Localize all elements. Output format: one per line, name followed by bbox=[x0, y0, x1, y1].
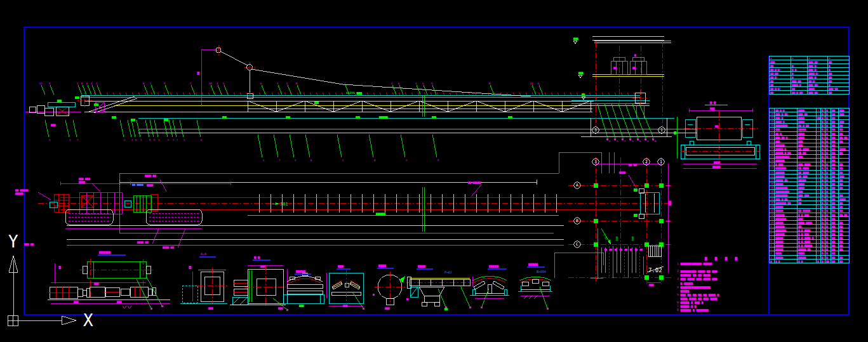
part-number: 3 bbox=[632, 140, 634, 143]
leader-line bbox=[120, 120, 124, 137]
tiny-label: B=800 ▆▆▆ bbox=[346, 91, 362, 95]
idler-tick bbox=[335, 93, 337, 95]
idler-ticks bbox=[94, 93, 635, 95]
station-label: 701 bbox=[280, 202, 288, 207]
detail-titles: ▆▆▆▆▆▆A—A▆—▆▆▆▆▆▆▆▆▆▆▆▆▆▆▆▆▆▆▆▆▆▆▆▆▆▆▆ bbox=[98, 250, 545, 274]
hatch-mark bbox=[610, 249, 612, 251]
idler-tick bbox=[411, 93, 413, 95]
part-number: 8 bbox=[296, 82, 298, 85]
leader-mark bbox=[363, 308, 364, 310]
part-number: 5 bbox=[617, 140, 618, 143]
detail-title: ▆▆▆▆ bbox=[417, 264, 426, 268]
part-number: 12 bbox=[39, 82, 43, 85]
leader-mark bbox=[606, 138, 608, 140]
idler-tick bbox=[208, 93, 210, 95]
notes-block: ▆ ▆ ▆ ▆1 ▆▆▆▆▆▆▆▆▆▆▆▆ ▆▆▆▆▆ 2 ▆▆▆▆▆▆▆▆▆-… bbox=[677, 256, 768, 312]
green-tags bbox=[57, 96, 512, 121]
pulley-detail-view: ▆—▆ bbox=[677, 100, 761, 168]
part-number: 6 bbox=[260, 82, 262, 85]
idler-tick bbox=[545, 93, 546, 95]
part-number: 9 bbox=[164, 82, 166, 85]
tiny-label: ▆▆ bbox=[444, 307, 448, 311]
tiny-label: B=800 bbox=[537, 270, 546, 273]
truss-diagonal bbox=[333, 101, 362, 112]
tag-mark bbox=[286, 116, 290, 119]
idler-tick bbox=[392, 93, 394, 95]
table-cell: ▆ ▆ bbox=[798, 259, 817, 263]
idler-tick bbox=[278, 93, 279, 95]
idler-tick bbox=[126, 93, 127, 95]
idler-tick bbox=[113, 93, 114, 95]
bom-parts-table: 39▆▆-▆-▆▆▆▆▆1▆▆▆▆▆▆▆38▆▆▆-▆-▆▆▆▆▆ ▆▆1▆▆▆… bbox=[769, 108, 850, 263]
grid-bubble-label: 2 bbox=[645, 159, 648, 164]
idler-tick bbox=[456, 93, 457, 95]
part-number: 9 bbox=[154, 138, 156, 141]
leader-line bbox=[258, 135, 262, 157]
leader-line bbox=[288, 85, 291, 95]
part-number: 2 bbox=[391, 82, 393, 85]
leader-line bbox=[50, 85, 54, 95]
leader-line bbox=[337, 135, 342, 157]
plan-view: 701 bbox=[38, 95, 672, 284]
leader-line bbox=[146, 276, 162, 306]
leader-line bbox=[392, 85, 396, 95]
tiny-label: ▆▆▆ bbox=[342, 304, 348, 308]
leader-mark bbox=[286, 309, 288, 311]
detail-title: ▆—▆ bbox=[253, 255, 260, 260]
idler-tick bbox=[373, 93, 375, 95]
detail-title: ▆▆▆▆▆▆ bbox=[98, 250, 111, 254]
idler-tick bbox=[367, 93, 368, 95]
idler-tick bbox=[424, 93, 425, 95]
idler-tick bbox=[450, 93, 451, 95]
part-number: 5 bbox=[422, 82, 424, 85]
part-leaders: 1291864281971045635872645981165372461893… bbox=[39, 82, 657, 311]
part-number: 4 bbox=[217, 82, 218, 85]
tag-mark bbox=[508, 116, 512, 119]
tag-mark bbox=[356, 116, 360, 119]
idler-tick bbox=[145, 93, 146, 95]
idler-tick bbox=[469, 93, 470, 95]
leader-line bbox=[164, 120, 168, 137]
leader-line bbox=[151, 85, 155, 95]
cad-drawing-canvas[interactable]: ▆—▆ bbox=[0, 0, 868, 342]
leader-line bbox=[41, 85, 45, 95]
leader-line bbox=[137, 120, 140, 137]
truss-diagonal bbox=[276, 101, 305, 112]
tiny-label: ▆▆▆-▆▆ bbox=[23, 242, 34, 246]
detail-title: ▆▆▆▆▆ bbox=[488, 264, 499, 268]
idler-tick bbox=[558, 93, 559, 95]
leader-line bbox=[490, 85, 494, 95]
tiny-label: ▆▆▆▆ bbox=[618, 171, 626, 174]
part-number: 7 bbox=[177, 138, 178, 141]
part-number: 6 bbox=[86, 82, 88, 85]
hatch-mark bbox=[630, 249, 632, 251]
tag-mark bbox=[131, 119, 135, 121]
idler-tick bbox=[570, 93, 571, 95]
truss-diagonal bbox=[448, 101, 476, 112]
part-number: 8 bbox=[374, 159, 376, 162]
part-number: 5 bbox=[263, 159, 265, 162]
tiny-label: ▆▆▆ bbox=[384, 306, 390, 310]
leader-mark bbox=[622, 138, 624, 140]
tiny-label: ▆▆▆▆▆ bbox=[378, 115, 388, 119]
idler-tick bbox=[615, 93, 616, 95]
leader-mark bbox=[644, 138, 646, 140]
idler-tick bbox=[329, 93, 330, 95]
idler-tick bbox=[526, 93, 527, 95]
tiny-label: ▆▆▆ bbox=[709, 107, 715, 110]
truss-diagonal bbox=[391, 101, 419, 112]
elevation-view bbox=[25, 36, 697, 136]
leader-line bbox=[432, 85, 436, 95]
tiny-label: ▆▆ ▆▆ bbox=[628, 163, 637, 167]
truss-diagonal bbox=[505, 101, 533, 112]
detail-title: A—A bbox=[201, 252, 206, 256]
idler-tick bbox=[551, 93, 552, 95]
idler-tick bbox=[265, 93, 267, 95]
table-cell: ▆▆(▆-▆▆) bbox=[791, 90, 808, 94]
table-row: ▆▆ ▆▆ ▆▆▆▆▆▆▆▆▆ bbox=[770, 259, 850, 263]
part-number: 4 bbox=[647, 140, 649, 143]
detail-title: ▆▆▆▆▆ bbox=[295, 269, 306, 273]
idler-tick bbox=[234, 93, 235, 95]
parameter-table: ▪▪▪▪▆▆▆▆▆▆(▆▆)▆▆▆▆▆▆▆▆(▆)▆▆▆(▆/▆)▆-▆▆▆▆(… bbox=[769, 56, 850, 95]
tag-mark bbox=[314, 102, 319, 104]
